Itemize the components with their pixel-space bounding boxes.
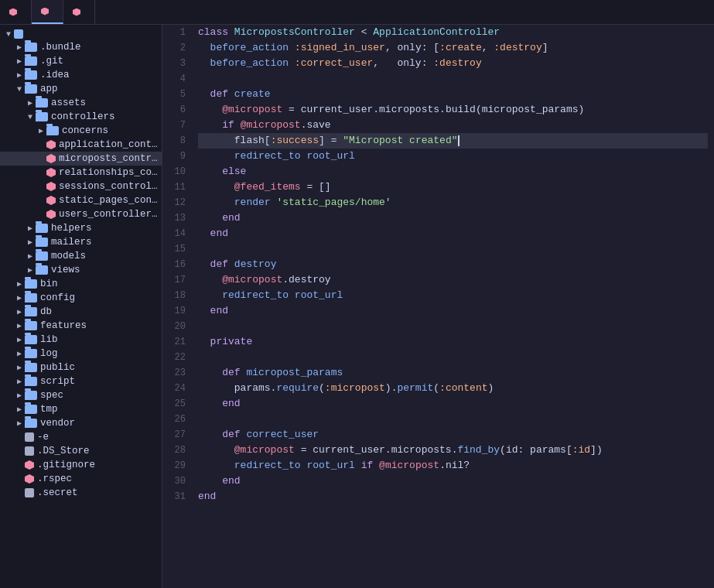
code-line-19: end bbox=[198, 303, 708, 319]
sidebar-item-features[interactable]: ▶features bbox=[0, 319, 162, 333]
sidebar-item-e_file[interactable]: -e bbox=[0, 430, 162, 444]
sidebar-item-bin[interactable]: ▶bin bbox=[0, 277, 162, 291]
expand-icon: ▶ bbox=[14, 335, 25, 344]
sidebar-item-ds_store[interactable]: .DS_Store bbox=[0, 444, 162, 458]
code-line-23: def micropost_params bbox=[198, 365, 708, 381]
code-line-18: redirect_to root_url bbox=[198, 288, 708, 303]
folder-icon bbox=[46, 126, 59, 135]
sidebar-item-script[interactable]: ▶script bbox=[0, 374, 162, 388]
code-line-14: end bbox=[198, 226, 708, 241]
tab-users-controller[interactable] bbox=[0, 0, 32, 24]
editor-area[interactable]: 1234567891011121314151617181920212223242… bbox=[162, 25, 714, 588]
ruby-file-icon bbox=[46, 210, 56, 219]
sidebar-item-gitignore[interactable]: .gitignore bbox=[0, 458, 162, 472]
sidebar-item-static_pages_controller[interactable]: static_pages_contro... bbox=[0, 193, 162, 207]
expand-icon: ▶ bbox=[14, 70, 25, 80]
code-line-6: @micropost = current_user.microposts.bui… bbox=[198, 102, 708, 118]
code-line-9: redirect_to root_url bbox=[198, 149, 708, 164]
sidebar-item-sessions_controller[interactable]: sessions_controller.... bbox=[0, 179, 162, 193]
sidebar-item-log[interactable]: ▶log bbox=[0, 347, 162, 361]
sidebar-item-views[interactable]: ▶views bbox=[0, 263, 162, 277]
sidebar-item-public[interactable]: ▶public bbox=[0, 361, 162, 374]
ruby-icon bbox=[9, 9, 17, 16]
expand-icon: ▶ bbox=[25, 251, 36, 261]
ruby-file-icon bbox=[46, 182, 56, 191]
sidebar-item-config[interactable]: ▶config bbox=[0, 291, 162, 305]
sidebar-label: log bbox=[40, 348, 58, 359]
folder-icon bbox=[25, 419, 37, 428]
sidebar-label: .git bbox=[40, 56, 63, 67]
folder-icon bbox=[25, 363, 37, 372]
line-number-21: 21 bbox=[169, 334, 186, 350]
ruby-file-icon bbox=[46, 196, 56, 205]
sidebar-label: .idea bbox=[40, 70, 70, 80]
sidebar-label: db bbox=[40, 306, 52, 317]
sidebar-item-spec[interactable]: ▶spec bbox=[0, 388, 162, 402]
line-number-8: 8 bbox=[169, 133, 186, 149]
folder-icon bbox=[36, 238, 48, 247]
line-number-27: 27 bbox=[169, 427, 186, 443]
line-number-23: 23 bbox=[169, 365, 186, 381]
code-line-8: flash[:success] = "Micropost created" bbox=[198, 133, 708, 149]
sidebar-item-controllers[interactable]: ▼controllers bbox=[0, 110, 162, 124]
expand-icon: ▶ bbox=[25, 265, 36, 275]
sidebar-item-lib[interactable]: ▶lib bbox=[0, 333, 162, 347]
sidebar-item-helpers[interactable]: ▶helpers bbox=[0, 221, 162, 235]
sidebar-item-tmp[interactable]: ▶tmp bbox=[0, 402, 162, 416]
line-number-20: 20 bbox=[169, 319, 186, 334]
sidebar-item-assets[interactable]: ▶assets bbox=[0, 96, 162, 110]
sidebar-item-db[interactable]: ▶db bbox=[0, 305, 162, 319]
sidebar-label: models bbox=[51, 251, 86, 262]
sidebar-item-models[interactable]: ▶models bbox=[0, 249, 162, 263]
sidebar-label: concerns bbox=[62, 125, 108, 136]
code-line-16: def destroy bbox=[198, 257, 708, 272]
line-number-10: 10 bbox=[169, 164, 186, 179]
sidebar-label: .rspec bbox=[37, 473, 72, 484]
sidebar-label: script bbox=[40, 376, 75, 387]
code-line-10: else bbox=[198, 164, 708, 179]
expand-icon: ▶ bbox=[14, 391, 25, 400]
expand-icon: ▶ bbox=[14, 56, 25, 66]
sidebar-item-application_controller[interactable]: application_controll... bbox=[0, 138, 162, 152]
expand-arrow: ▼ bbox=[3, 30, 14, 39]
sidebar-item-idea[interactable]: ▶.idea bbox=[0, 68, 162, 82]
code-line-15 bbox=[198, 241, 708, 257]
expand-icon: ▶ bbox=[14, 307, 25, 316]
line-number-29: 29 bbox=[169, 458, 186, 473]
tab-static-pages-controller[interactable] bbox=[63, 0, 95, 24]
sidebar-item-bundle[interactable]: ▶.bundle bbox=[0, 40, 162, 54]
sidebar-root[interactable]: ▼ bbox=[0, 28, 162, 40]
tab-microposts-controller[interactable] bbox=[32, 0, 63, 24]
sidebar-label: tmp bbox=[40, 404, 58, 415]
sidebar-item-mailers[interactable]: ▶mailers bbox=[0, 235, 162, 249]
expand-icon: ▶ bbox=[14, 349, 25, 358]
sidebar-item-vendor[interactable]: ▶vendor bbox=[0, 416, 162, 430]
line-number-16: 16 bbox=[169, 257, 186, 272]
line-number-2: 2 bbox=[169, 40, 186, 56]
sidebar-item-microposts_controller[interactable]: microposts_controll... bbox=[0, 152, 162, 166]
sidebar-item-relationships_controller[interactable]: relationships_contr... bbox=[0, 166, 162, 179]
line-numbers: 1234567891011121314151617181920212223242… bbox=[162, 25, 192, 588]
sidebar-item-git[interactable]: ▶.git bbox=[0, 54, 162, 68]
code-line-1: class MicropostsController < Application… bbox=[198, 25, 708, 40]
sidebar-item-concerns[interactable]: ▶concerns bbox=[0, 124, 162, 138]
sidebar-item-users_controller[interactable]: users_controller.rb bbox=[0, 207, 162, 221]
expand-icon: ▶ bbox=[14, 279, 25, 289]
sidebar-item-app[interactable]: ▼app bbox=[0, 82, 162, 96]
sidebar-label: features bbox=[40, 320, 87, 331]
code-line-22 bbox=[198, 350, 708, 365]
sidebar-label: -e bbox=[37, 432, 49, 443]
sidebar-label: public bbox=[40, 362, 75, 373]
line-number-30: 30 bbox=[169, 473, 186, 489]
file-icon bbox=[25, 488, 34, 497]
folder-icon bbox=[36, 251, 48, 261]
sidebar-item-secret[interactable]: .secret bbox=[0, 486, 162, 500]
line-number-22: 22 bbox=[169, 350, 186, 365]
sidebar: ▼ ▶.bundle▶.git▶.idea▼app▶assets▼control… bbox=[0, 25, 162, 588]
folder-icon bbox=[25, 293, 37, 303]
expand-icon: ▶ bbox=[25, 98, 36, 108]
sidebar-item-rspec[interactable]: .rspec bbox=[0, 472, 162, 486]
folder-icon bbox=[25, 56, 37, 66]
sidebar-label: assets bbox=[51, 97, 86, 108]
file-icon bbox=[25, 446, 34, 456]
